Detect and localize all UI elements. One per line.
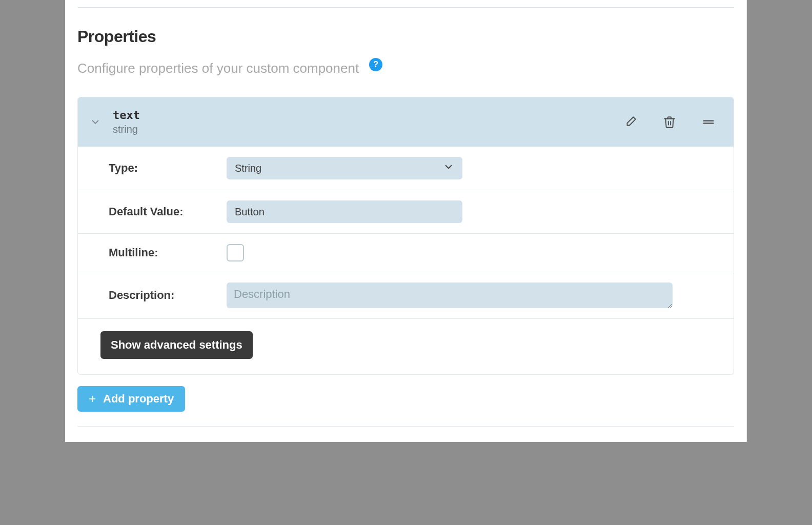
default-value-label: Default Value: [109,205,227,218]
type-select[interactable]: String [227,157,462,179]
chevron-down-icon [443,161,454,175]
drag-handle-icon[interactable] [701,114,716,130]
row-default-value: Default Value: [78,190,734,234]
properties-panel: Properties Configure properties of your … [65,0,747,442]
property-header-texts: text string [113,109,623,135]
section-subtitle: Configure properties of your custom comp… [77,60,359,76]
type-select-value: String [235,163,261,174]
description-textarea[interactable] [227,282,673,308]
type-label: Type: [109,161,227,175]
default-value-field-wrap [227,200,462,223]
add-property-label: Add property [103,392,174,406]
description-label: Description: [109,289,227,302]
pencil-icon[interactable] [623,114,638,130]
property-card: text string Type: [77,97,734,375]
property-name: text [113,109,623,122]
row-multiline: Multiline: [78,234,734,272]
multiline-label: Multiline: [109,246,227,259]
property-body: Type: String Default Value: Mult [78,147,734,374]
trash-icon[interactable] [662,114,677,130]
help-icon[interactable]: ? [369,58,382,71]
property-header-actions [623,114,716,130]
top-divider [77,7,734,8]
property-type-label: string [113,124,623,135]
default-value-input[interactable] [235,206,454,218]
section-title: Properties [77,27,734,46]
property-header[interactable]: text string [78,97,734,147]
row-type: Type: String [78,147,734,190]
subtitle-row: Configure properties of your custom comp… [77,60,734,76]
plus-icon: + [89,393,96,405]
add-property-button[interactable]: + Add property [77,386,185,412]
row-description: Description: [78,272,734,319]
bottom-divider [77,426,734,427]
show-advanced-button[interactable]: Show advanced settings [100,331,253,359]
chevron-down-icon[interactable] [88,116,103,128]
multiline-checkbox[interactable] [227,244,244,261]
